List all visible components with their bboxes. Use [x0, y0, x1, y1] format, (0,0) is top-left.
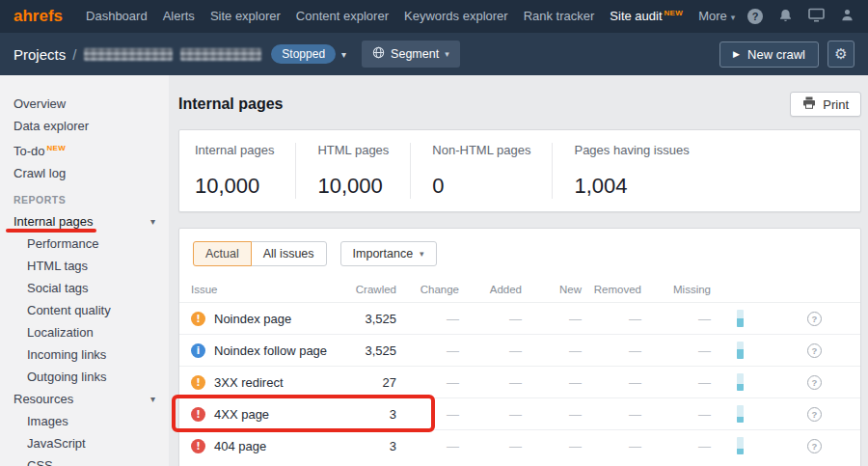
added-value: — [459, 407, 522, 422]
sidebar-item-content-quality[interactable]: Content quality [0, 299, 169, 321]
column-added: Added [459, 284, 522, 295]
change-value: — [396, 312, 459, 326]
monitor-icon [808, 8, 825, 25]
stat-internal-pages: Internal pages 10,000 [179, 143, 296, 199]
chevron-down-icon[interactable]: ▾ [150, 214, 155, 229]
help-icon[interactable]: ? [807, 312, 822, 326]
new-value: — [522, 407, 582, 422]
sidebar-item-css[interactable]: CSS [0, 454, 169, 466]
removed-value: — [582, 375, 641, 390]
stat-value: 10,000 [195, 174, 274, 199]
crawled-count[interactable]: 3,525 [319, 343, 396, 358]
sidebar-item-performance[interactable]: Performance [0, 233, 169, 255]
issue-link[interactable]: 4XX page [214, 407, 269, 422]
project-name-redacted [180, 48, 261, 61]
page-title: Internal pages [178, 96, 283, 113]
sidebar-item-label: Resources [14, 392, 73, 406]
chevron-down-icon: ▾ [445, 49, 449, 59]
segment-button[interactable]: Segment ▾ [362, 41, 460, 68]
chevron-down-icon: ▾ [731, 13, 736, 22]
missing-value: — [641, 407, 711, 422]
print-button[interactable]: Print [790, 92, 861, 117]
summary-stats-card: Internal pages 10,000 HTML pages 10,000 … [178, 129, 861, 212]
table-row: ! 3XX redirect 27 — — — — — ? [179, 366, 860, 397]
new-crawl-button[interactable]: ▶ New crawl [719, 41, 819, 68]
nav-content-explorer[interactable]: Content explorer [288, 9, 396, 23]
stat-label: Non-HTML pages [432, 143, 530, 157]
new-value: — [522, 439, 582, 453]
sidebar-item-localization[interactable]: Localization [0, 321, 169, 343]
crawled-count[interactable]: 3,525 [319, 312, 396, 326]
missing-value: — [641, 343, 711, 358]
sidebar-item-crawl-log[interactable]: Crawl log [0, 162, 169, 184]
breadcrumb-projects[interactable]: Projects [14, 46, 66, 63]
sidebar-item-social-tags[interactable]: Social tags [0, 277, 169, 299]
chevron-down-icon[interactable]: ▾ [150, 392, 155, 406]
issue-link[interactable]: Noindex page [214, 312, 291, 326]
topnav-icon-group: ? [747, 8, 854, 26]
nav-site-explorer[interactable]: Site explorer [203, 9, 288, 23]
issue-link[interactable]: 404 page [214, 439, 266, 453]
help-icon[interactable]: ? [807, 375, 822, 390]
table-header: Issue Crawled Change Added New Removed M… [179, 277, 860, 302]
issue-link[interactable]: 3XX redirect [214, 375, 284, 390]
stat-html-pages: HTML pages 10,000 [296, 143, 411, 199]
help-icon[interactable]: ? [807, 439, 822, 453]
help-icon[interactable]: ? [807, 343, 822, 358]
info-icon: i [191, 343, 205, 358]
sidebar-item-javascript[interactable]: JavaScript [0, 432, 169, 454]
notifications-button[interactable] [778, 8, 793, 26]
new-value: — [522, 312, 582, 326]
user-icon [840, 8, 854, 25]
primary-nav: Dashboard Alerts Site explorer Content e… [78, 9, 743, 23]
settings-button[interactable]: ⚙ [827, 41, 854, 68]
sidebar-section-reports: REPORTS [0, 184, 169, 210]
sidebar-item-data-explorer[interactable]: Data explorer [0, 115, 169, 137]
tab-actual[interactable]: Actual [193, 241, 252, 266]
sidebar-item-html-tags[interactable]: HTML tags [0, 255, 169, 277]
sidebar-item-incoming-links[interactable]: Incoming links [0, 343, 169, 366]
project-name-redacted [84, 48, 173, 61]
nav-site-audit[interactable]: Site auditNEW [602, 9, 691, 23]
crawled-count[interactable]: 3 [319, 439, 396, 453]
table-row-highlighted: ! 4XX page 3 — — — — — ? [179, 397, 860, 429]
crawled-count[interactable]: 27 [319, 375, 396, 390]
sidebar-item-todo[interactable]: To-doNEW [0, 137, 169, 162]
nav-dashboard[interactable]: Dashboard [78, 9, 155, 23]
status-badge: Stopped [271, 44, 336, 64]
nav-keywords-explorer[interactable]: Keywords explorer [396, 9, 516, 23]
project-bar-actions: ▶ New crawl ⚙ [719, 41, 854, 68]
nav-alerts[interactable]: Alerts [155, 9, 203, 23]
workspace-button[interactable] [808, 8, 825, 25]
chevron-down-icon[interactable]: ▾ [341, 49, 346, 60]
gear-icon: ⚙ [834, 45, 847, 63]
column-new: New [522, 284, 582, 295]
account-button[interactable] [840, 8, 854, 25]
issue-link[interactable]: Noindex follow page [214, 343, 327, 358]
stat-pages-having-issues: Pages having issues 1,004 [553, 143, 710, 199]
sidebar-item-outgoing-links[interactable]: Outgoing links [0, 366, 169, 388]
sidebar-item-resources[interactable]: ▾Resources [0, 388, 169, 410]
sidebar-item-images[interactable]: Images [0, 410, 169, 432]
nav-rank-tracker[interactable]: Rank tracker [516, 9, 603, 23]
stat-value: 0 [432, 174, 530, 199]
tab-all-issues[interactable]: All issues [251, 241, 327, 266]
crawled-count[interactable]: 3 [319, 407, 396, 422]
sidebar-item-overview[interactable]: Overview [0, 93, 169, 115]
ahrefs-logo[interactable]: ahrefs [14, 7, 63, 26]
missing-value: — [641, 312, 711, 326]
help-icon[interactable]: ? [807, 407, 822, 422]
help-button[interactable]: ? [747, 9, 763, 24]
top-navigation-bar: ahrefs Dashboard Alerts Site explorer Co… [0, 0, 868, 33]
change-value: — [396, 439, 459, 453]
help-icon: ? [747, 9, 763, 24]
view-toggle-group: Actual All issues [193, 241, 327, 266]
removed-value: — [582, 439, 641, 453]
importance-dropdown[interactable]: Importance ▾ [340, 241, 437, 266]
nav-more[interactable]: More▾ [691, 9, 743, 23]
removed-value: — [582, 312, 641, 326]
annotation-underline [6, 229, 96, 233]
stat-label: Pages having issues [574, 143, 689, 157]
removed-value: — [582, 407, 641, 422]
change-value: — [396, 343, 459, 358]
